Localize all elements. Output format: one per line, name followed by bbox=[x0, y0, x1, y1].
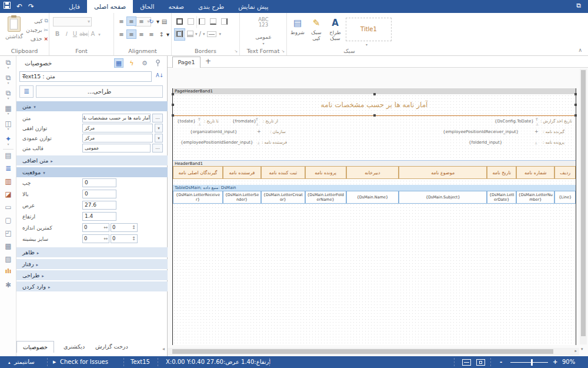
tab-file[interactable]: فایل bbox=[62, 0, 87, 13]
prop-value-text[interactable]: آمار نامه ها بر حسب مشخصات نامه bbox=[82, 114, 151, 122]
cell-name[interactable]: {DsMain.Name} bbox=[346, 191, 399, 204]
underline-button[interactable]: U bbox=[71, 31, 79, 37]
prop-value-valign[interactable]: مرکز bbox=[82, 134, 153, 142]
borders-dialog-launcher-icon[interactable]: ↘ bbox=[234, 49, 238, 54]
panel-tool-icon[interactable]: ◰ bbox=[0, 229, 16, 237]
cross-bands-icon[interactable]: ⧉▾ bbox=[0, 74, 16, 84]
header-band-bar[interactable]: HeaderBand1 bbox=[173, 160, 576, 166]
cell-letter-date[interactable]: {DsMain.LetterDate} bbox=[487, 191, 516, 204]
section-additional-text[interactable]: متن اضافی▸ bbox=[16, 155, 168, 165]
prop-value-width[interactable]: 27.6 bbox=[82, 201, 116, 210]
horizontal-scrollbar[interactable]: ▸ bbox=[168, 348, 579, 355]
restore-window-icon[interactable]: ⧉ bbox=[576, 2, 581, 9]
text-in-cells-tool-icon[interactable]: ▩ bbox=[0, 242, 16, 250]
conditions-button[interactable]: ▤شروط bbox=[288, 16, 307, 35]
add-page-button[interactable]: + bbox=[205, 57, 211, 65]
tab-report-tree[interactable]: درخت گزارش bbox=[89, 341, 134, 353]
prop-value-top[interactable]: 0 bbox=[82, 190, 116, 198]
fill-dropdown-icon[interactable]: ▾ bbox=[195, 32, 198, 37]
cell-letter-creator[interactable]: {DsMain.LetterCreator} bbox=[261, 191, 305, 204]
align-justify-icon[interactable]: ≡ bbox=[146, 29, 156, 39]
field-sender-position[interactable]: {employeePositionIdSender_input} bbox=[181, 140, 253, 145]
column-header-letter-number[interactable]: شماره نامه bbox=[516, 166, 554, 179]
shapes-tool-icon[interactable]: ◫▾ bbox=[0, 120, 16, 130]
tab-preview[interactable]: پیش نمایش bbox=[231, 0, 275, 13]
prop-value-format[interactable]: عمومی bbox=[82, 144, 151, 152]
whole-page-view-icon[interactable] bbox=[476, 359, 485, 366]
column-header-letter-date[interactable]: تاریخ نامه bbox=[487, 166, 516, 179]
zoom-out-button[interactable]: - bbox=[500, 356, 502, 368]
tab-home[interactable]: صفحه اصلی bbox=[87, 0, 133, 13]
no-borders-button[interactable] bbox=[185, 16, 196, 28]
report-bands-icon[interactable]: ⧉▾ bbox=[0, 58, 16, 69]
rounded-rectangle-tool-icon[interactable]: ▢ bbox=[0, 216, 16, 224]
column-header-secretariat[interactable]: دبیرخانه bbox=[346, 166, 399, 179]
settings-gear-icon[interactable]: ⚙ bbox=[140, 58, 149, 68]
design-button[interactable]: طراحی... bbox=[36, 85, 163, 98]
fill-color-icon[interactable] bbox=[187, 31, 193, 37]
cell-letter-number[interactable]: {DsMain.LetterNumber} bbox=[516, 191, 554, 204]
tab-insert[interactable]: الحاق bbox=[133, 0, 161, 13]
selection-handle[interactable] bbox=[172, 93, 174, 95]
cell-letter-receiver[interactable]: {DsMain.LetterReceiver} bbox=[173, 191, 223, 204]
duplicate-band-icon[interactable]: ⧉▾ bbox=[0, 89, 16, 100]
text-tool-icon[interactable]: ▤ bbox=[0, 151, 16, 160]
report-title-text[interactable]: آمار نامه ها بر حسب مشخصات نامه bbox=[173, 94, 576, 115]
field-folder[interactable]: {folderId_input} bbox=[469, 140, 502, 145]
undo-icon[interactable]: ↶ bbox=[16, 1, 22, 12]
cell-letter-sender[interactable]: {DsMain.LetterSender} bbox=[223, 191, 261, 204]
pin-icon[interactable] bbox=[153, 58, 162, 68]
align-center-icon[interactable]: ≡ bbox=[126, 29, 136, 39]
bottom-border-button[interactable] bbox=[208, 16, 219, 28]
field-dsconfig-todate[interactable]: {DsConfig.ToDate} bbox=[495, 119, 534, 124]
zoom-in-button[interactable]: + bbox=[553, 356, 557, 368]
prop-value-height[interactable]: 1.4 bbox=[82, 212, 116, 221]
text-format-icon[interactable]: ABC123 bbox=[240, 17, 287, 28]
tab-properties[interactable]: خصوصیات bbox=[16, 341, 54, 353]
align-top-icon[interactable]: ≡ bbox=[116, 16, 126, 26]
redo-icon[interactable]: ↷ bbox=[28, 1, 34, 12]
selector-dropdown-icon[interactable]: ▾ bbox=[22, 72, 25, 82]
section-import[interactable]: وارد کردن▸ bbox=[16, 281, 168, 291]
sort-az-icon[interactable]: A↓ bbox=[156, 72, 163, 78]
section-position[interactable]: موقعیت▾ bbox=[16, 167, 168, 177]
scroll-down-icon[interactable]: ▾ bbox=[581, 347, 583, 352]
chart-tool-icon[interactable]: ılı bbox=[0, 268, 16, 274]
align-middle-icon[interactable]: ≡ bbox=[126, 16, 136, 26]
paste-button[interactable]: گذاشتن bbox=[2, 15, 26, 48]
vertical-scrollbar[interactable]: ▾ bbox=[580, 69, 587, 344]
align-right-icon[interactable]: ≡ bbox=[136, 29, 146, 39]
tab-page[interactable]: صفحه bbox=[161, 0, 191, 13]
rectangle-tool-icon[interactable]: ▭ bbox=[0, 203, 16, 211]
selection-handle[interactable] bbox=[373, 114, 376, 117]
selection-handle[interactable] bbox=[574, 104, 577, 106]
table-tool-icon[interactable]: ▦▾ bbox=[0, 104, 16, 115]
border-color-icon[interactable]: / bbox=[199, 31, 201, 37]
field-fromdate[interactable]: {fromdate} bbox=[232, 119, 256, 124]
column-header-registrar[interactable]: ثبت کننده نامه bbox=[261, 166, 305, 179]
prop-maxsize-width[interactable]: 0↔ bbox=[82, 234, 109, 243]
prop-value-left[interactable]: 0 bbox=[82, 178, 116, 187]
tab-layout[interactable]: طرح بندی bbox=[191, 0, 231, 13]
line-style-dropdown-icon[interactable]: ▾ bbox=[219, 32, 221, 37]
right-border-button[interactable] bbox=[219, 16, 230, 28]
tab-dictionary[interactable]: دیکشنری bbox=[58, 341, 91, 353]
selection-handle[interactable] bbox=[373, 93, 376, 95]
section-text[interactable]: متن▾ bbox=[16, 101, 168, 111]
selection-handle[interactable] bbox=[574, 114, 577, 117]
field-receiver-position[interactable]: {employeePositionIdReceiver_input} bbox=[443, 130, 519, 134]
zoom-slider-track[interactable] bbox=[510, 362, 548, 363]
table-band-bar[interactable]: TableDsMain; منبع داده: DsMain bbox=[173, 185, 576, 191]
field-todate[interactable]: {todate} bbox=[177, 119, 196, 124]
italic-button[interactable]: I bbox=[62, 31, 71, 37]
cell-subject[interactable]: {DsMain.Subject} bbox=[399, 191, 487, 204]
cell-letter-folder-name[interactable]: {DsMain.LetterFolderName} bbox=[305, 191, 346, 204]
zoom-slider-thumb[interactable] bbox=[531, 359, 533, 366]
element-selector-dropdown[interactable]: متن : Text15▾ bbox=[19, 71, 152, 82]
services-tool-icon[interactable]: ✱ bbox=[0, 281, 16, 289]
bold-button[interactable]: B bbox=[53, 31, 62, 37]
save-icon[interactable] bbox=[4, 1, 11, 12]
border-shadow-button[interactable] bbox=[175, 31, 182, 37]
units-dropdown-icon[interactable]: ▴ bbox=[8, 357, 11, 368]
selection-handle[interactable] bbox=[574, 93, 577, 95]
